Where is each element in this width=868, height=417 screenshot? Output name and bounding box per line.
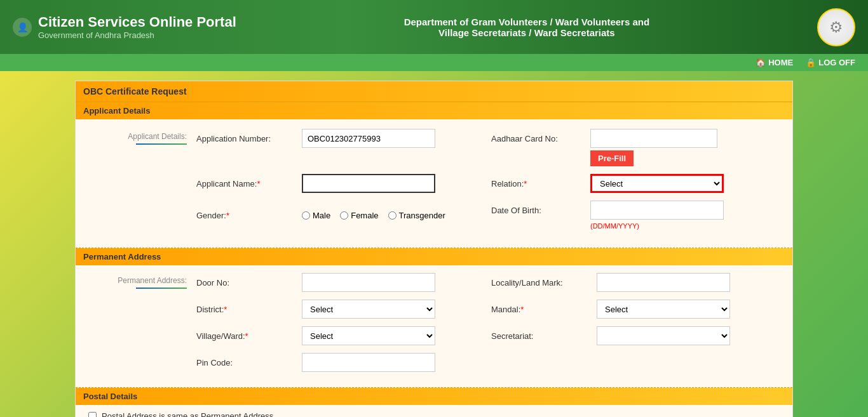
main-content: OBC Certificate Request Applicant Detail… [75,81,793,417]
home-icon: 🏠 [756,58,766,67]
gender-female-label: Female [351,211,378,220]
site-subtitle: Government of Andhra Pradesh [38,30,236,40]
dob-label: Date Of Birth: [491,206,587,215]
door-no-label: Door No: [196,278,298,288]
gender-transgender-radio[interactable] [388,211,397,220]
locality-input[interactable] [597,273,730,292]
applicant-form-area: Applicant Details: Application Number: [76,119,792,248]
postal-section-title: Postal Details [76,388,792,405]
lock-icon: 🔒 [806,58,816,67]
site-header: 👤 Citizen Services Online Portal Governm… [0,0,868,54]
perm-addr-sub-label: Permanent Address: [88,276,187,285]
aadhaar-input[interactable] [590,129,717,148]
applicant-name-label: Applicant Name:* [196,179,298,189]
applicant-section-title: Applicant Details [76,102,792,119]
secretariat-select[interactable] [597,326,730,345]
village-ward-label: Village/Ward:* [196,331,298,341]
dept-line2: Village Secretariats / Ward Secretariats [255,27,798,38]
site-title: Citizen Services Online Portal [38,14,236,30]
permanent-address-section: Permanent Address Permanent Address: Doo… [76,248,792,388]
top-navbar: 🏠 HOME 🔒 LOG OFF [0,54,868,71]
district-select[interactable]: Select [302,300,435,319]
gender-male-option[interactable]: Male [302,211,330,220]
gender-female-option[interactable]: Female [340,211,378,220]
applicant-section: Applicant Details Applicant Details: App… [76,102,792,248]
postal-same-label[interactable]: Postal Address is same as Permanent Addr… [102,411,273,417]
gender-group: Gender:* Male Female [196,211,485,220]
pincode-row: Pin Code: [196,353,780,372]
postal-same-checkbox[interactable] [88,412,97,417]
app-number-input[interactable] [302,129,435,148]
applicant-fields: Application Number: Aadhaar Card No: Pre… [196,129,780,238]
govt-logo: ⚙ [817,8,855,46]
header-dept: Department of Gram Volunteers / Ward Vol… [236,17,817,38]
perm-addr-title: Permanent Address [76,248,792,265]
gender-transgender-option[interactable]: Transgender [388,211,445,220]
app-number-row: Application Number: Aadhaar Card No: Pre… [196,129,780,166]
applicant-form-layout: Applicant Details: Application Number: [88,129,780,238]
dob-input[interactable] [590,201,724,220]
relation-group: Relation:* Select S/O D/O W/O [491,174,780,193]
perm-addr-layout: Permanent Address: Door No: Locality/Lan… [88,273,780,380]
locality-label: Locality/Land Mark: [491,278,593,288]
dept-line1: Department of Gram Volunteers / Ward Vol… [255,17,798,27]
gender-options: Male Female Transgender [302,211,445,220]
perm-addr-form-area: Permanent Address: Door No: Locality/Lan… [76,265,792,387]
relation-select[interactable]: Select S/O D/O W/O [590,174,724,193]
relation-label: Relation:* [491,179,587,189]
mandal-select[interactable]: Select [597,300,730,319]
aadhaar-label: Aadhaar Card No: [491,134,587,143]
door-no-input[interactable] [302,273,435,292]
header-branding: 👤 Citizen Services Online Portal Governm… [13,14,236,40]
mandal-label: Mandal:* [491,305,593,314]
gender-transgender-label: Transgender [399,211,445,220]
dob-hint: (DD/MM/YYYY) [590,222,639,230]
home-label: HOME [768,58,793,67]
logoff-nav-link[interactable]: 🔒 LOG OFF [806,58,855,67]
applicant-side-label: Applicant Details: [88,129,196,238]
logoff-label: LOG OFF [818,58,855,67]
door-locality-row: Door No: Locality/Land Mark: [196,273,780,292]
perm-addr-fields: Door No: Locality/Land Mark: District:* [196,273,780,380]
postal-same-checkbox-row: Postal Address is same as Permanent Addr… [88,411,780,417]
name-group: Applicant Name:* [196,174,485,193]
app-number-label: Application Number: [196,134,298,143]
gender-label: Gender:* [196,211,298,220]
prefill-button[interactable]: Pre-Fill [590,150,634,166]
aadhaar-group: Aadhaar Card No: Pre-Fill [491,129,780,166]
district-label: District:* [196,305,298,314]
applicant-name-input[interactable] [302,174,435,193]
dob-group: Date Of Birth: (DD/MM/YYYY) [491,201,780,230]
app-number-group: Application Number: [196,129,485,148]
gender-male-label: Male [313,211,330,220]
gender-male-radio[interactable] [302,211,310,220]
pincode-input[interactable] [302,353,435,372]
postal-details-section: Postal Details Postal Address is same as… [76,388,792,417]
perm-addr-side-label: Permanent Address: [88,273,196,380]
pincode-label: Pin Code: [196,358,298,367]
village-ward-select[interactable]: Select [302,326,435,345]
district-mandal-row: District:* Select Mandal:* Select [196,300,780,319]
secretariat-label: Secretariat: [491,331,593,341]
home-nav-link[interactable]: 🏠 HOME [756,58,793,67]
gender-dob-row: Gender:* Male Female [196,201,780,230]
gender-female-radio[interactable] [340,211,348,220]
village-secretariat-row: Village/Ward:* Select Secretariat: [196,326,780,345]
applicant-sub-label: Applicant Details: [88,132,187,141]
page-title: OBC Certificate Request [76,81,792,102]
postal-form-area: Postal Address is same as Permanent Addr… [76,405,792,417]
name-relation-row: Applicant Name:* Relation:* Select S/O [196,174,780,193]
header-person-icon: 👤 [13,18,32,37]
